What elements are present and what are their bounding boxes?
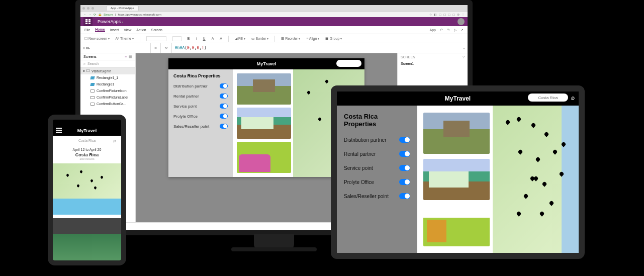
tree-thumb-icon[interactable]: ▦ (129, 55, 132, 59)
redo-icon[interactable]: ↷ (447, 28, 450, 32)
fill-button[interactable]: ◢ Fill (235, 37, 245, 41)
toggle[interactable] (220, 114, 228, 119)
theme-button[interactable]: Aᵇ Theme (116, 37, 134, 41)
search-input[interactable] (528, 94, 568, 102)
tablet-gallery[interactable] (417, 106, 493, 253)
fontsize-dropdown[interactable] (172, 36, 181, 41)
app-title: MyTravel (445, 95, 471, 102)
reload-icon[interactable]: ⟳ (94, 13, 96, 16)
app-header: MyTravel (168, 58, 364, 69)
phone-image[interactable] (53, 199, 121, 234)
date-range: April 12 to April 20 (56, 148, 118, 151)
strike-icon[interactable]: A (212, 37, 214, 40)
property-image[interactable] (237, 142, 291, 173)
search-icon: ⌕ (83, 62, 85, 65)
phone-map[interactable] (53, 163, 121, 199)
toggle[interactable] (399, 179, 410, 185)
play-icon[interactable]: ▷ (454, 28, 456, 32)
property-image[interactable] (237, 108, 291, 139)
property-selector[interactable]: Fill (80, 43, 151, 53)
tree-list-icon[interactable]: ≡ (125, 55, 127, 59)
traffic-light-max[interactable] (91, 7, 94, 10)
nav-back-icon[interactable]: ← (83, 13, 86, 16)
fx-icon[interactable]: fx (161, 43, 172, 53)
menu-insert[interactable]: Insert (110, 28, 119, 32)
tree-item[interactable]: ConfirmPictureLabel (80, 94, 135, 101)
brand-label[interactable]: PowerApps (98, 19, 123, 24)
property-image[interactable] (423, 113, 490, 154)
filter-label: Distribution partner (173, 84, 208, 88)
browser-ext-icons: ☆◧◻◻◻◻⊕⋮ (429, 13, 465, 16)
border-button[interactable]: ▭ Border (251, 37, 269, 41)
toggle[interactable] (220, 94, 228, 99)
menu-bar: File Home Insert View Action Screen App … (80, 26, 468, 34)
filter-label: Sales/Reseller point (173, 124, 209, 129)
share-icon[interactable]: ↗ (461, 28, 464, 32)
formula-input[interactable]: RGBA(0,0,0,1) (172, 43, 461, 53)
property-image[interactable] (237, 73, 291, 105)
search-icon[interactable]: ⌕ (571, 94, 575, 101)
tree-search[interactable]: ⌕ Search (80, 60, 135, 67)
toggle[interactable] (220, 104, 228, 109)
filter-label: Sales/Reseller point (344, 194, 389, 199)
menu-view[interactable]: View (124, 28, 131, 32)
reorder-button[interactable]: ☰ Reorder (281, 37, 300, 41)
tree-title: Screens (83, 55, 97, 58)
toggle[interactable] (220, 124, 228, 129)
menu-file[interactable]: File (84, 28, 90, 32)
monitor-base (231, 247, 317, 251)
traffic-light-close[interactable] (82, 7, 85, 10)
help-icon[interactable]: ? (463, 55, 465, 59)
tablet-filter-panel: Costa Rica Properties Distribution partn… (337, 106, 417, 253)
formula-expand-icon[interactable]: ⌄ (461, 43, 468, 53)
formula-bar: Fill = fx RGBA(0,0,0,1) ⌄ (80, 43, 468, 53)
group-button[interactable]: ▣ Group (325, 37, 342, 41)
toggle[interactable] (399, 137, 410, 143)
fontcolor-icon[interactable]: A (220, 37, 222, 40)
tree-screen-root[interactable]: ▸ ☐ VisitorSignIn (80, 67, 135, 74)
underline-icon[interactable]: U (203, 37, 206, 40)
powerapps-suitebar: PowerApps (80, 17, 468, 26)
toggle[interactable] (220, 83, 228, 88)
browser-tab[interactable]: App - PowerApps (106, 6, 139, 11)
nav-fwd-icon[interactable]: → (88, 13, 91, 16)
phone-search[interactable]: Costa Rica (53, 136, 121, 145)
menu-icon[interactable] (56, 128, 62, 133)
browser-addressbar[interactable]: ← → ⟳ 🔒 Secure | https://powerapps.micro… (80, 11, 468, 17)
toggle[interactable] (399, 193, 410, 199)
phone-device: MyTravel Costa Rica April 12 to April 20… (48, 115, 126, 265)
undo-icon[interactable]: ↶ (440, 28, 443, 32)
property-image[interactable] (423, 159, 490, 200)
font-dropdown[interactable] (146, 36, 166, 41)
lock-icon: 🔒 (98, 13, 102, 16)
tree-item[interactable]: ConfirmPictureIcon (80, 87, 135, 94)
align-button[interactable]: ≡ Align (306, 37, 319, 40)
user-avatar[interactable] (457, 18, 465, 25)
tablet-map[interactable] (493, 106, 579, 253)
phone-notch (53, 120, 121, 126)
search-input[interactable] (336, 60, 361, 67)
app-title: MyTravel (77, 128, 97, 133)
filter-label: Prolyte Office (173, 114, 198, 119)
app-launcher-icon[interactable] (83, 17, 93, 26)
new-screen-button[interactable]: ☐ New screen (84, 37, 110, 41)
toggle[interactable] (399, 151, 410, 157)
props-name[interactable]: Screen1 (398, 61, 468, 66)
result-count: 109 results (56, 157, 118, 160)
toggle[interactable] (399, 165, 410, 171)
bold-icon[interactable]: B (188, 37, 190, 40)
menu-home[interactable]: Home (95, 28, 105, 32)
property-image[interactable] (423, 205, 490, 246)
gallery[interactable] (233, 69, 293, 177)
tree-item[interactable]: ConfirmButtonGr... (80, 101, 135, 107)
equals-label: = (151, 43, 161, 53)
italic-icon[interactable]: I (196, 37, 197, 40)
menu-screen[interactable]: Screen (151, 28, 162, 32)
tree-item[interactable]: Rectangle1_1 (80, 74, 135, 81)
phone-image[interactable] (53, 234, 121, 265)
menu-action[interactable]: Action (136, 28, 146, 32)
app-title: MyTravel (257, 61, 277, 66)
browser-tabbar: App - PowerApps (80, 5, 468, 11)
traffic-light-min[interactable] (87, 7, 89, 10)
tree-item[interactable]: Rectangle1 (80, 81, 135, 87)
